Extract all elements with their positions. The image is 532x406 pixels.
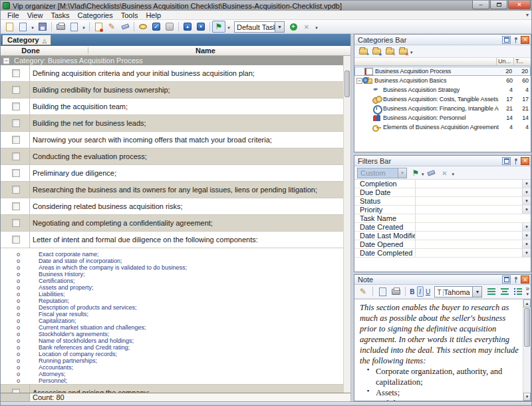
maximize-panel-icon[interactable] (502, 36, 511, 44)
subitem-line[interactable]: oCertifications; (1, 278, 344, 284)
maximize-panel-icon[interactable] (502, 276, 511, 284)
task-checkbox[interactable] (12, 202, 20, 210)
task-checkbox[interactable] (12, 169, 20, 177)
filter-preset-value[interactable]: Custom (357, 168, 398, 178)
filter-value-field[interactable] (416, 249, 522, 257)
subitem-line[interactable]: oLiabilities; (1, 291, 344, 298)
scrollbar-thumb[interactable] (344, 71, 350, 97)
subitem-line[interactable]: oCapitalization; (1, 317, 344, 324)
edit-note-button[interactable] (357, 286, 369, 297)
menu-tasks[interactable]: Tasks (47, 11, 73, 20)
insert-task-button[interactable] (287, 21, 300, 33)
minimize-button[interactable]: – (472, 1, 489, 9)
new-task-button[interactable] (92, 21, 105, 33)
assign-category-button[interactable]: ★ (370, 46, 382, 57)
subitem-line[interactable]: oAccountants; (1, 364, 344, 371)
new-category-button[interactable]: + (357, 46, 369, 57)
task-type-dropdown[interactable] (275, 21, 285, 33)
bold-button[interactable]: B (409, 286, 416, 297)
filter-dropdown-icon[interactable] (522, 206, 531, 214)
column-header-total[interactable]: T... (513, 58, 531, 65)
subitem-line[interactable]: oBank references and Credit rating; (1, 344, 344, 351)
clear-filter-button[interactable] (426, 168, 438, 178)
menu-file[interactable]: File (3, 11, 23, 20)
category-row[interactable]: Business Acquisition: Costs, Tangible As… (354, 95, 531, 104)
category-row[interactable]: Business Acquisition: Financing, Intangi… (354, 104, 531, 113)
subitem-line[interactable]: oCurrent market situation and challenges… (1, 324, 344, 331)
expand-all-button[interactable]: ▴ (181, 21, 194, 33)
filter-dropdown-icon[interactable] (522, 197, 531, 205)
task-checkbox[interactable] (12, 219, 20, 227)
collapse-all-button[interactable]: ▾ (194, 21, 207, 33)
filter-value-field[interactable] (416, 240, 522, 248)
subitem-line[interactable]: oDate and state of incorporation; (1, 258, 344, 264)
align-center-button[interactable] (499, 286, 511, 297)
new-notebook-button[interactable] (3, 21, 16, 33)
close-panel-icon[interactable] (521, 157, 529, 165)
export-note-button[interactable] (376, 286, 388, 297)
pin-icon[interactable] (511, 157, 520, 165)
subitem-line[interactable]: oAreas in which the company is validated… (1, 264, 344, 271)
subitem-line[interactable]: oFiscal year results; (1, 311, 344, 317)
task-type-combo[interactable]: Default Task (234, 21, 285, 33)
subitem-line[interactable]: oExact corporate name; (1, 251, 344, 258)
font-dropdown[interactable] (473, 286, 482, 298)
task-checkbox[interactable] (12, 102, 20, 110)
column-header-name[interactable]: Name (61, 46, 350, 55)
close-panel-icon[interactable] (521, 276, 529, 284)
column-header-done[interactable]: Done (1, 46, 61, 55)
flag-button[interactable] (212, 21, 225, 33)
font-value[interactable]: Tahoma (444, 288, 470, 296)
column-header-uncompleted[interactable]: Un... (496, 58, 513, 65)
note-toolbar-overflow[interactable]: » (525, 286, 529, 297)
maximize-panel-icon[interactable] (502, 157, 511, 165)
filter-dropdown-icon[interactable] (522, 249, 531, 257)
edit-task-button[interactable] (105, 21, 118, 33)
edit-category-button[interactable]: ✎ (384, 46, 396, 57)
open-notebook-button[interactable] (16, 21, 29, 33)
task-row[interactable]: Building the acquisition team; (1, 99, 344, 115)
filter-value-field[interactable] (416, 188, 522, 196)
menubar-overflow-icon[interactable] (526, 12, 529, 18)
scrollbar-thumb[interactable] (524, 308, 530, 347)
subitem-line[interactable]: oAttorneys; (1, 371, 344, 377)
filter-dropdown-icon[interactable] (522, 223, 531, 231)
filter-dropdown-icon[interactable] (522, 240, 531, 248)
maximize-button[interactable] (490, 1, 507, 9)
category-row[interactable]: Business Acquisition: Personnel1414 (354, 113, 531, 122)
filter-preset-dropdown[interactable] (398, 168, 407, 178)
categories-toolbar-overflow-icon[interactable] (410, 47, 413, 55)
subitem-line[interactable]: oPersonnel; (1, 377, 344, 384)
task-list-scrollbar[interactable] (343, 56, 350, 393)
bullet-list-button[interactable] (512, 286, 524, 297)
filter-value-field[interactable] (416, 232, 522, 240)
menu-tools[interactable]: Tools (117, 11, 142, 20)
category-row[interactable]: Business Acquisition Process2020 (354, 67, 531, 76)
task-row[interactable]: Letter of intent and formal due diligenc… (1, 232, 344, 248)
task-row[interactable]: Researching the business and its owners … (1, 182, 344, 198)
save-button[interactable] (36, 21, 49, 33)
task-row[interactable]: Negotiating and completing a confidentia… (1, 215, 344, 232)
subitem-line[interactable]: oDescription of products and services; (1, 304, 344, 311)
category-group-row[interactable]: Category: Business Acquisition Process (1, 56, 350, 65)
close-button[interactable]: ✕ (508, 1, 531, 9)
open-dropdown-button[interactable] (29, 21, 36, 33)
close-panel-icon[interactable] (521, 36, 529, 44)
task-row[interactable]: Building credibility for business owners… (1, 82, 344, 99)
subitem-line[interactable]: oLocation of company records; (1, 351, 344, 357)
remove-button[interactable] (300, 21, 313, 33)
filter-value-field[interactable] (416, 180, 522, 188)
print-overflow-button[interactable] (80, 21, 87, 33)
task-row[interactable]: Defining acquisition criteria and your i… (1, 65, 344, 82)
delete-filter-button[interactable] (439, 168, 451, 178)
filter-dropdown-icon[interactable] (522, 188, 531, 196)
category-row[interactable]: Business Acquisition Basics6060 (354, 76, 531, 85)
task-checkbox[interactable] (12, 69, 20, 77)
category-row[interactable]: Elements of Business Acquisition Agreeme… (354, 122, 531, 132)
uncomplete-task-button[interactable] (163, 21, 176, 33)
filter-preset-combo[interactable]: Custom (357, 168, 407, 178)
toolbar-overflow-button[interactable] (313, 21, 320, 33)
scroll-up-icon[interactable]: ▴ (523, 300, 531, 307)
task-row[interactable]: Assessing and pricing the company; (1, 385, 344, 393)
flag-dropdown-button[interactable] (225, 21, 232, 33)
